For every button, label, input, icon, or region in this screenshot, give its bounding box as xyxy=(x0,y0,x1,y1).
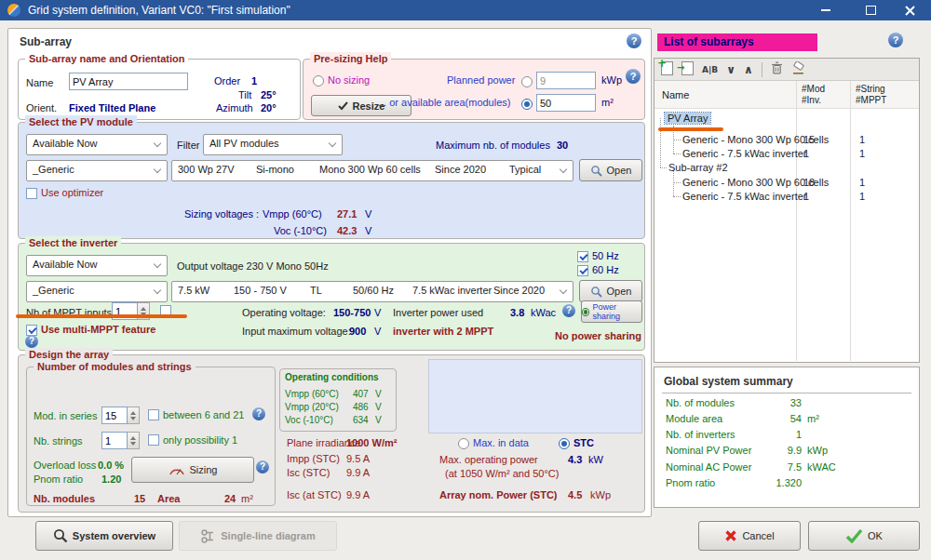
tree-item-label[interactable]: PV Array xyxy=(665,113,710,124)
list-title: List of subarrays xyxy=(657,33,817,51)
max-modules-label: Maximum nb. of modules xyxy=(436,140,550,151)
help-icon[interactable]: ? xyxy=(562,304,575,317)
tree-item-module[interactable]: Generic - Mono 300 Wp 60 cells 15 1 xyxy=(654,134,919,147)
cond-unit: V xyxy=(375,402,382,412)
move-down-button[interactable]: ∨ xyxy=(726,64,735,75)
help-icon[interactable]: ? xyxy=(626,69,641,84)
only-possibility-checkbox[interactable] xyxy=(148,434,159,446)
use-optimizer-checkbox[interactable] xyxy=(26,188,37,199)
close-button[interactable] xyxy=(894,0,925,20)
col-string: #String xyxy=(856,84,885,94)
order-label: Order xyxy=(214,75,240,87)
cancel-x-icon xyxy=(724,529,737,542)
area-radio[interactable] xyxy=(521,99,533,110)
planned-power-input[interactable] xyxy=(536,72,596,89)
nb-strings-stepper[interactable] xyxy=(101,432,140,449)
tree-item-inverter[interactable]: Generic - 7.5 kWac inverter 1 1 xyxy=(654,148,919,161)
area-label: ... or available area(modules) xyxy=(378,97,510,108)
vmpp-label: Vmpp (60°C) xyxy=(263,208,322,220)
minimize-button[interactable] xyxy=(810,0,842,20)
inverter-manufacturer-select[interactable]: _Generic xyxy=(26,281,168,302)
stc-radio[interactable] xyxy=(559,438,570,449)
string-count: 1 xyxy=(859,191,865,202)
overload-loss-label: Overload loss xyxy=(34,460,96,471)
inverter-open-button[interactable]: Open xyxy=(579,280,642,302)
delete-subarray-button[interactable] xyxy=(771,61,783,77)
orient-value: Fixed Tilted Plane xyxy=(69,102,155,113)
tree-item-label[interactable]: Sub-array #2 xyxy=(668,162,728,173)
rename-subarray-button[interactable]: A|B xyxy=(702,64,718,75)
mod-series-range-checkbox[interactable] xyxy=(148,409,159,420)
single-line-diagram-button[interactable]: Single-line diagram xyxy=(179,521,337,551)
down-arrow-icon xyxy=(130,442,136,446)
array-nom-power-unit: kWp xyxy=(590,489,611,500)
mod-series-value[interactable] xyxy=(101,407,128,424)
operating-voltage-value: 150-750 xyxy=(333,307,371,318)
pv-filter-select[interactable]: All PV modules xyxy=(203,134,343,155)
no-sizing-label: No sizing xyxy=(328,74,370,86)
clear-subarray-button[interactable] xyxy=(791,61,805,77)
max-in-data-radio[interactable] xyxy=(458,438,469,449)
move-up-button[interactable]: ∧ xyxy=(744,64,753,75)
down-arrow-icon xyxy=(130,417,136,420)
ok-button[interactable]: OK xyxy=(808,521,920,551)
output-voltage-text: Output voltage 230 V Mono 50Hz xyxy=(177,260,329,272)
max-operating-power-value: 4.3 xyxy=(568,454,582,465)
pv-manufacturer-select[interactable]: _Generic xyxy=(26,160,168,181)
col-mppt: #MPPT xyxy=(856,95,886,105)
cancel-button[interactable]: Cancel xyxy=(698,521,801,551)
help-icon[interactable]: ? xyxy=(627,33,641,48)
nb-strings-value[interactable] xyxy=(101,432,128,449)
help-icon[interactable]: ? xyxy=(25,335,38,348)
stepper-arrows[interactable] xyxy=(128,407,140,424)
help-icon[interactable]: ? xyxy=(256,460,269,473)
inverter-power-used-value: 3.8 xyxy=(510,307,524,318)
max-operating-power-unit: kW xyxy=(588,454,603,465)
array-nom-power-value: 4.5 xyxy=(568,489,582,500)
stc-label: STC xyxy=(573,437,594,448)
mod-count: 15 xyxy=(803,134,815,145)
tree-item-module[interactable]: Generic - Mono 300 Wp 60 cells 18 1 xyxy=(654,177,919,190)
freq-50hz-checkbox[interactable] xyxy=(577,251,588,262)
planned-power-radio[interactable] xyxy=(521,76,533,87)
stepper-arrows[interactable] xyxy=(128,432,140,449)
cond-label: Voc (-10°C) xyxy=(285,415,333,425)
freq-60hz-checkbox[interactable] xyxy=(577,265,588,276)
maximize-button[interactable] xyxy=(855,0,886,20)
pv-availability-select[interactable]: Available Now xyxy=(26,134,168,155)
no-sizing-radio[interactable] xyxy=(313,75,324,87)
tilt-label: Tilt xyxy=(238,89,251,100)
orient-label: Orient. xyxy=(26,102,57,113)
help-icon[interactable]: ? xyxy=(888,33,903,47)
tree-item-subarray[interactable]: PV Array xyxy=(654,113,919,126)
inverter-availability-select[interactable]: Available Now xyxy=(26,255,168,276)
tree-item-subarray[interactable]: Sub-array #2 xyxy=(654,162,919,175)
inverter-model-select[interactable]: 7.5 kW 150 - 750 V TL 50/60 Hz 7.5 kWac … xyxy=(171,281,573,302)
chevron-down-icon: ∨ xyxy=(726,63,735,76)
up-arrow-icon xyxy=(130,411,136,415)
nb-modules-value: 15 xyxy=(134,493,145,504)
system-overview-button[interactable]: System overview xyxy=(35,521,173,551)
summary-value: 7.5 xyxy=(748,461,802,473)
add-subarray-button[interactable]: + xyxy=(661,61,673,78)
sizing-button[interactable]: Sizing xyxy=(131,457,254,483)
only-possibility-label: only possibility 1 xyxy=(163,434,237,446)
inverter-group: Select the inverter Available Now Output… xyxy=(18,243,645,351)
pv-open-button[interactable]: Open xyxy=(579,159,642,181)
duplicate-subarray-button[interactable]: → xyxy=(681,61,694,78)
mod-series-stepper[interactable] xyxy=(101,407,140,424)
area-input[interactable] xyxy=(536,94,596,112)
panel-title: Sub-array xyxy=(20,35,72,48)
power-sharing-button[interactable]: Power sharing xyxy=(581,300,642,323)
pv-module-select[interactable]: 300 Wp 27V Si-mono Mono 300 Wp 60 cells … xyxy=(171,160,573,181)
subarray-name-input[interactable] xyxy=(69,73,188,90)
planned-power-label: Planned power xyxy=(447,74,515,86)
tree-item-label[interactable]: Generic - 7.5 kWac inverter xyxy=(682,191,806,202)
filter-label: Filter xyxy=(177,140,199,151)
operating-voltage-unit: V xyxy=(374,307,381,318)
summary-title: Global system summary xyxy=(664,375,793,388)
tree-item-inverter[interactable]: Generic - 7.5 kWac inverter 1 1 xyxy=(654,191,919,204)
help-icon[interactable]: ? xyxy=(252,407,265,420)
single-line-diagram-icon xyxy=(200,529,216,543)
tree-item-label[interactable]: Generic - 7.5 kWac inverter xyxy=(682,148,806,159)
